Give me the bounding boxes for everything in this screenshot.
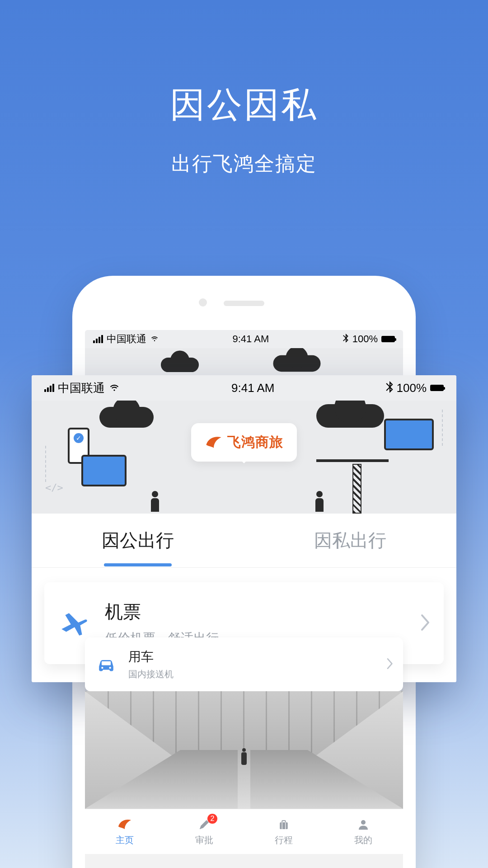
svg-point-7 bbox=[361, 820, 366, 825]
travel-tabs: 因公出行 因私出行 bbox=[32, 514, 456, 568]
nav-home-label: 主页 bbox=[116, 834, 134, 846]
nav-trips[interactable]: 行程 bbox=[244, 809, 324, 854]
chevron-right-icon bbox=[419, 613, 430, 633]
nav-mine[interactable]: 我的 bbox=[324, 809, 403, 854]
service-car[interactable]: 用车 国内接送机 bbox=[85, 637, 403, 691]
tab-personal[interactable]: 因私出行 bbox=[244, 528, 456, 553]
carrier-label: 中国联通 bbox=[107, 332, 146, 346]
corridor-image bbox=[85, 691, 403, 809]
bottom-tabbar: 主页 2 审批 行程 我的 bbox=[85, 809, 403, 854]
svg-point-1 bbox=[109, 667, 111, 669]
nav-approval-label: 审批 bbox=[195, 834, 213, 846]
wing-icon bbox=[117, 817, 132, 832]
banner-illustration: </> 飞鸿商旅 bbox=[32, 401, 456, 514]
carrier-label: 中国联通 bbox=[58, 380, 105, 396]
bluetooth-icon bbox=[386, 381, 393, 395]
brand-wing-icon bbox=[205, 434, 223, 452]
svg-point-0 bbox=[101, 667, 103, 669]
phone-speaker bbox=[224, 301, 264, 306]
hero-subtitle: 出行飞鸿全搞定 bbox=[0, 151, 488, 177]
wifi-icon bbox=[150, 334, 159, 345]
nav-trips-label: 行程 bbox=[275, 834, 293, 846]
service-flight-title: 机票 bbox=[105, 599, 404, 624]
back-lower-section: 用车 国内接送机 主页 2 审批 行程 bbox=[85, 637, 403, 854]
nav-approval[interactable]: 2 审批 bbox=[164, 809, 244, 854]
brand-bubble: 飞鸿商旅 bbox=[191, 423, 297, 462]
front-card: 中国联通 9:41 AM 100% </> bbox=[32, 375, 456, 682]
signal-icon bbox=[44, 384, 54, 392]
battery-label: 100% bbox=[352, 333, 378, 345]
time-label: 9:41 AM bbox=[233, 333, 269, 345]
brand-name: 飞鸿商旅 bbox=[227, 433, 283, 452]
car-icon bbox=[95, 653, 117, 676]
nav-mine-label: 我的 bbox=[354, 834, 372, 846]
battery-icon bbox=[430, 385, 444, 391]
bluetooth-icon bbox=[343, 334, 349, 345]
wifi-icon bbox=[108, 381, 120, 395]
crane-icon bbox=[325, 450, 389, 514]
service-car-title: 用车 bbox=[128, 648, 375, 665]
status-bar-back: 中国联通 9:41 AM 100% bbox=[85, 330, 403, 348]
signal-icon bbox=[93, 335, 103, 343]
nav-home[interactable]: 主页 bbox=[85, 809, 164, 854]
approval-badge: 2 bbox=[207, 814, 217, 824]
person-icon bbox=[356, 817, 371, 832]
person-icon bbox=[314, 491, 325, 514]
svg-rect-2 bbox=[102, 661, 111, 665]
person-icon bbox=[149, 491, 161, 514]
suitcase-icon bbox=[276, 817, 291, 832]
svg-rect-3 bbox=[280, 822, 288, 829]
hero-title: 因公因私 bbox=[0, 81, 488, 129]
hero-block: 因公因私 出行飞鸿全搞定 bbox=[0, 0, 488, 177]
plane-icon bbox=[58, 608, 89, 639]
time-label: 9:41 AM bbox=[231, 381, 274, 395]
svg-rect-4 bbox=[282, 821, 286, 823]
status-bar-front: 中国联通 9:41 AM 100% bbox=[32, 375, 456, 401]
battery-icon bbox=[381, 336, 395, 342]
tab-business[interactable]: 因公出行 bbox=[32, 528, 244, 553]
battery-label: 100% bbox=[397, 381, 427, 395]
chevron-right-icon bbox=[386, 657, 393, 672]
phone-camera bbox=[199, 298, 207, 307]
service-car-sub: 国内接送机 bbox=[128, 668, 375, 680]
